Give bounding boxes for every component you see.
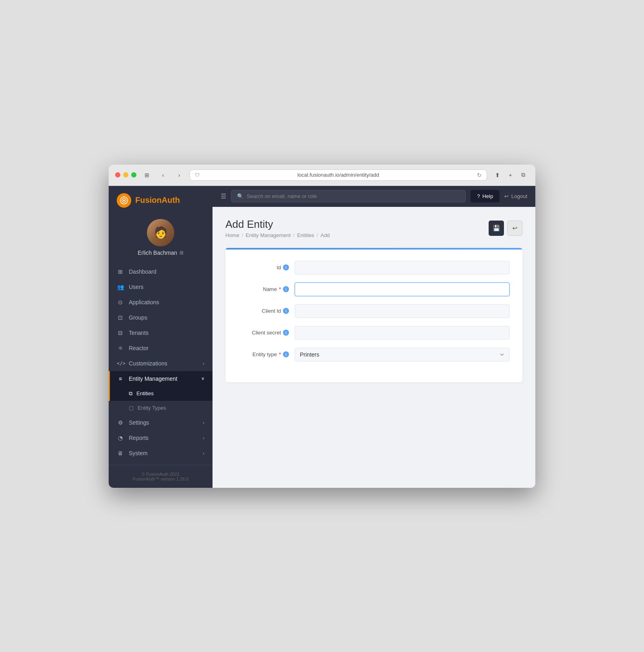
entity-type-info-icon[interactable]: i — [283, 351, 289, 357]
sidebar-item-label: Dashboard — [129, 268, 157, 275]
sidebar-logo: FusionAuth — [109, 186, 213, 215]
chevron-left-icon: ‹ — [203, 435, 204, 440]
help-icon: ? — [477, 193, 480, 199]
breadcrumb-section[interactable]: Entity Management — [246, 232, 291, 238]
sidebar-item-settings[interactable]: ⚙ Settings ‹ — [109, 415, 213, 430]
save-button[interactable]: 💾 — [489, 221, 504, 236]
customizations-icon: </> — [117, 361, 124, 366]
sidebar-footer: © FusionAuth 2021 FusionAuth™ version 1.… — [109, 465, 213, 488]
browser-window: ⊞ ‹ › 🛡 local.fusionauth.io/admin/entity… — [109, 165, 535, 488]
sidebar-item-system[interactable]: 🖥 System ‹ — [109, 446, 213, 461]
search-placeholder[interactable]: Search on email, name or role — [247, 193, 317, 199]
page-area: Add Entity Home / Entity Management / En… — [213, 207, 535, 488]
url-text: local.fusionauth.io/admin/entity/add — [202, 172, 475, 178]
reports-icon: ◔ — [117, 435, 124, 441]
client-id-info-icon[interactable]: i — [283, 308, 289, 314]
entities-sub-icon: ⧉ — [129, 390, 132, 397]
breadcrumb: Home / Entity Management / Entities / Ad… — [225, 232, 330, 238]
sidebar-item-label: Customizations — [129, 360, 167, 367]
client-id-input[interactable] — [295, 304, 510, 318]
breadcrumb-parent[interactable]: Entities — [297, 232, 314, 238]
logout-icon: ↩ — [504, 193, 509, 199]
sidebar-subitem-entity-types[interactable]: ▢ Entity Types — [109, 401, 213, 415]
browser-actions: ⬆ + ⧉ — [492, 169, 529, 181]
sidebar-subitem-entities[interactable]: ⧉ Entities — [109, 386, 213, 401]
entity-types-sub-icon: ▢ — [129, 405, 134, 411]
new-tab-button[interactable]: + — [505, 169, 516, 181]
breadcrumb-current: Add — [320, 232, 330, 238]
name-label: Name* i — [238, 286, 295, 292]
page-header: Add Entity Home / Entity Management / En… — [225, 218, 522, 238]
name-info-icon[interactable]: i — [283, 286, 289, 292]
nav-section: ⊞ Dashboard 👥 Users ⊙ Applications ⊡ Gro… — [109, 264, 213, 465]
logout-button[interactable]: ↩ Logout — [504, 193, 527, 199]
back-action-button[interactable]: ↩ — [507, 221, 522, 236]
entity-type-required: * — [279, 351, 281, 357]
minimize-button[interactable] — [123, 172, 128, 177]
chevron-left-icon: ‹ — [203, 451, 204, 456]
sidebar-item-entity-management[interactable]: ≡ Entity Management ∨ — [109, 371, 213, 386]
back-button[interactable]: ‹ — [157, 169, 169, 181]
page-actions: 💾 ↩ — [489, 221, 522, 236]
system-icon: 🖥 — [117, 450, 124, 456]
form-body: Id i Name* i — [225, 250, 522, 382]
sidebar-item-groups[interactable]: ⊡ Groups — [109, 310, 213, 325]
sidebar-item-users[interactable]: 👥 Users — [109, 279, 213, 295]
share-button[interactable]: ⬆ — [492, 169, 503, 181]
main-content: ☰ 🔍 Search on email, name or role ? Help… — [213, 186, 535, 488]
logo-text-accent: Auth — [162, 196, 180, 204]
entity-type-row: Entity type* i Printers Devices Services — [238, 348, 510, 361]
sidebar-item-label: Applications — [129, 299, 159, 305]
menu-toggle-icon[interactable]: ☰ — [221, 192, 226, 200]
sidebar-item-label: Tenants — [129, 330, 149, 336]
maximize-button[interactable] — [131, 172, 136, 177]
sidebar-item-label: Users — [129, 284, 144, 290]
breadcrumb-sep: / — [317, 232, 318, 238]
sidebar-item-label: Reports — [129, 435, 149, 441]
svg-point-2 — [123, 200, 125, 201]
reload-icon[interactable]: ↻ — [477, 172, 482, 178]
breadcrumb-sep: / — [242, 232, 244, 238]
username: Erlich Bachman ⊞ — [138, 250, 184, 256]
breadcrumb-sep: / — [293, 232, 295, 238]
form-card: Id i Name* i — [225, 248, 522, 382]
groups-icon: ⊡ — [117, 314, 124, 321]
name-input[interactable] — [295, 283, 510, 296]
client-secret-info-icon[interactable]: i — [283, 330, 289, 336]
tab-overview-button[interactable]: ⧉ — [518, 169, 529, 181]
help-button[interactable]: ? Help — [471, 190, 500, 202]
sidebar: FusionAuth 🧑 Erlich Bachman ⊞ ⊞ Dashboar… — [109, 186, 213, 488]
return-icon: ↩ — [512, 225, 518, 232]
forward-button[interactable]: › — [173, 169, 185, 181]
reactor-icon: ⚛ — [117, 345, 124, 351]
entity-type-label: Entity type* i — [238, 351, 295, 357]
sidebar-toggle-icon[interactable]: ⊞ — [141, 169, 153, 181]
sidebar-item-customizations[interactable]: </> Customizations ‹ — [109, 356, 213, 371]
address-bar[interactable]: 🛡 local.fusionauth.io/admin/entity/add ↻ — [190, 169, 487, 181]
users-icon: 👥 — [117, 284, 124, 290]
id-info-icon[interactable]: i — [283, 264, 289, 270]
search-box: 🔍 Search on email, name or role — [231, 190, 466, 202]
breadcrumb-home[interactable]: Home — [225, 232, 239, 238]
sidebar-item-tenants[interactable]: ⊟ Tenants — [109, 325, 213, 340]
client-secret-input[interactable] — [295, 326, 510, 340]
logo-icon — [117, 193, 131, 208]
sidebar-item-applications[interactable]: ⊙ Applications — [109, 295, 213, 310]
chevron-left-icon: ‹ — [203, 420, 204, 425]
client-secret-row: Client secret i — [238, 326, 510, 340]
id-input[interactable] — [295, 261, 510, 274]
close-button[interactable] — [115, 172, 120, 177]
sidebar-item-dashboard[interactable]: ⊞ Dashboard — [109, 264, 213, 279]
id-label: Id i — [238, 264, 295, 270]
name-required: * — [279, 286, 281, 292]
id-row: Id i — [238, 261, 510, 274]
entity-type-select[interactable]: Printers Devices Services — [295, 348, 510, 361]
sidebar-subitem-label: Entities — [136, 390, 154, 396]
app-layout: FusionAuth 🧑 Erlich Bachman ⊞ ⊞ Dashboar… — [109, 186, 535, 488]
user-card-icon: ⊞ — [180, 250, 184, 256]
sidebar-item-reports[interactable]: ◔ Reports ‹ — [109, 430, 213, 446]
logo-text-plain: Fusion — [135, 196, 162, 204]
tenants-icon: ⊟ — [117, 330, 124, 336]
sidebar-item-reactor[interactable]: ⚛ Reactor — [109, 340, 213, 356]
client-id-row: Client Id i — [238, 304, 510, 318]
